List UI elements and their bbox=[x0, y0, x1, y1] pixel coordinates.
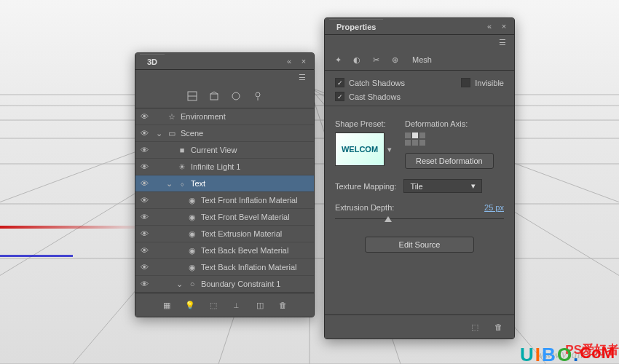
tab-cap-icon[interactable]: ✂ bbox=[370, 54, 382, 66]
scene-tree: 👁☆Environment👁⌄▭Scene👁■Current View👁☀Inf… bbox=[135, 108, 314, 293]
tree-item-label: Environment bbox=[181, 112, 226, 121]
filter-row bbox=[135, 84, 314, 108]
deformation-axis-label: Deformation Axis: bbox=[405, 119, 494, 128]
visibility-icon[interactable]: 👁 bbox=[138, 229, 150, 238]
tree-item[interactable]: 👁⌄⬨Text bbox=[135, 175, 314, 192]
render-settings-icon[interactable]: ⬚ bbox=[469, 321, 481, 333]
mat-icon: ◉ bbox=[186, 228, 198, 240]
camera-add-icon[interactable]: ⬚ bbox=[208, 299, 219, 311]
panel-collapse-icon[interactable]: « bbox=[484, 20, 495, 32]
panel-menu-icon[interactable]: ☰ bbox=[296, 71, 308, 83]
svg-rect-27 bbox=[419, 132, 425, 138]
catch-shadows-label: Catch Shadows bbox=[349, 79, 405, 87]
tree-item[interactable]: 👁⌄○Boundary Constraint 1 bbox=[135, 276, 314, 293]
texture-mapping-label: Texture Mapping: bbox=[335, 182, 396, 191]
mat-icon: ◉ bbox=[186, 261, 198, 273]
visibility-icon[interactable]: 👁 bbox=[138, 246, 150, 255]
expand-icon[interactable]: ⌄ bbox=[156, 129, 163, 138]
svg-rect-29 bbox=[412, 140, 418, 146]
light-add-icon[interactable]: 💡 bbox=[184, 299, 196, 311]
expand-icon[interactable]: ⌄ bbox=[166, 179, 173, 189]
expand-icon[interactable]: ⌄ bbox=[176, 280, 184, 289]
filter-mesh-icon[interactable] bbox=[208, 90, 220, 102]
tree-item[interactable]: 👁◉Text Back Bevel Material bbox=[135, 242, 314, 259]
property-tabs: ✦ ◐ ✂ ⊕ Mesh bbox=[325, 50, 514, 71]
visibility-icon[interactable]: 👁 bbox=[138, 280, 150, 288]
light-icon: ☀ bbox=[176, 161, 188, 173]
svg-point-23 bbox=[256, 92, 260, 97]
chevron-down-icon[interactable]: ▾ bbox=[387, 145, 392, 154]
extrusion-depth-input[interactable]: 25 px bbox=[484, 203, 504, 212]
tree-item-label: Text Front Inflation Material bbox=[201, 196, 298, 205]
panel-close-icon[interactable]: × bbox=[498, 20, 510, 32]
visibility-icon[interactable]: 👁 bbox=[138, 129, 150, 138]
filter-light-icon[interactable] bbox=[252, 90, 264, 102]
visibility-icon[interactable]: 👁 bbox=[138, 179, 150, 188]
tree-item[interactable]: 👁◉Text Back Inflation Material bbox=[135, 259, 314, 276]
texture-mapping-value: Tile bbox=[410, 182, 422, 191]
ground-icon[interactable]: ⟂ bbox=[231, 299, 243, 311]
tab-mesh-label: Mesh bbox=[412, 55, 432, 64]
panel-properties: Properties « × ☰ ✦ ◐ ✂ ⊕ Mesh Catch Shad… bbox=[324, 17, 515, 339]
scene-icon: ▭ bbox=[166, 127, 178, 139]
tree-item[interactable]: 👁☆Environment bbox=[135, 108, 314, 125]
cast-shadows-checkbox[interactable]: Cast Shadows bbox=[335, 92, 504, 101]
panel-3d: 3D « × ☰ 👁☆Environment👁⌄▭Scene👁■Current … bbox=[135, 52, 315, 317]
filter-scene-icon[interactable] bbox=[186, 90, 198, 102]
tree-item-label: Text Extrusion Material bbox=[201, 229, 282, 238]
invisible-label: Invisible bbox=[475, 79, 504, 87]
axis-x bbox=[0, 226, 146, 229]
text-icon: ⬨ bbox=[176, 178, 188, 189]
texture-mapping-select[interactable]: Tile▾ bbox=[403, 179, 482, 193]
tab-mesh-icon[interactable]: ✦ bbox=[332, 54, 344, 66]
tree-item[interactable]: 👁☀Infinite Light 1 bbox=[135, 159, 314, 175]
new-icon[interactable]: ◫ bbox=[254, 299, 266, 311]
edit-source-button[interactable]: Edit Source bbox=[365, 237, 474, 253]
visibility-icon[interactable]: 👁 bbox=[138, 112, 150, 121]
tree-item-label: Scene bbox=[181, 129, 203, 138]
trash-icon[interactable]: 🗑 bbox=[492, 321, 504, 333]
visibility-icon[interactable]: 👁 bbox=[138, 162, 150, 171]
brand-logo: UIBO.CoM bbox=[520, 345, 615, 364]
mat-icon: ◉ bbox=[186, 194, 198, 206]
filter-material-icon[interactable] bbox=[230, 90, 242, 102]
cast-shadows-label: Cast Shadows bbox=[349, 92, 401, 101]
tab-deform-icon[interactable]: ◐ bbox=[351, 54, 363, 66]
trash-icon[interactable]: 🗑 bbox=[277, 299, 289, 311]
tree-item-label: Boundary Constraint 1 bbox=[201, 280, 280, 288]
shape-preset-label: Shape Preset: bbox=[335, 119, 392, 128]
tree-item[interactable]: 👁◉Text Extrusion Material bbox=[135, 226, 314, 242]
mat-icon: ◉ bbox=[186, 211, 198, 223]
tree-item[interactable]: 👁■Current View bbox=[135, 142, 314, 159]
tree-item-label: Current View bbox=[191, 146, 237, 154]
invisible-checkbox[interactable]: Invisible bbox=[461, 78, 504, 87]
deformation-axis-grid[interactable] bbox=[405, 132, 494, 147]
panel-properties-tab[interactable]: Properties bbox=[329, 19, 383, 34]
constraint-icon: ○ bbox=[186, 278, 198, 290]
visibility-icon[interactable]: 👁 bbox=[138, 146, 150, 154]
panel-collapse-icon[interactable]: « bbox=[283, 55, 295, 67]
chevron-down-icon: ▾ bbox=[471, 181, 476, 191]
extrusion-slider[interactable] bbox=[335, 213, 504, 225]
tab-coord-icon[interactable]: ⊕ bbox=[389, 54, 401, 66]
shape-preset-thumbnail[interactable]: WELCOM bbox=[335, 132, 385, 166]
tree-item[interactable]: 👁◉Text Front Inflation Material bbox=[135, 192, 314, 209]
tree-item[interactable]: 👁⌄▭Scene bbox=[135, 125, 314, 142]
extrusion-depth-label: Extrusion Depth: bbox=[335, 203, 394, 212]
catch-shadows-checkbox[interactable]: Catch Shadows bbox=[335, 78, 405, 87]
panel-3d-tab[interactable]: 3D bbox=[140, 54, 165, 69]
svg-rect-25 bbox=[405, 132, 411, 138]
svg-rect-19 bbox=[210, 94, 218, 100]
visibility-icon[interactable]: 👁 bbox=[138, 213, 150, 221]
visibility-icon[interactable]: 👁 bbox=[138, 196, 150, 205]
tree-item[interactable]: 👁◉Text Front Bevel Material bbox=[135, 209, 314, 226]
render-icon[interactable]: ▦ bbox=[161, 299, 173, 311]
svg-rect-30 bbox=[419, 140, 425, 146]
thumb-text: WELCOM bbox=[342, 145, 378, 154]
axis-z bbox=[0, 255, 73, 257]
visibility-icon[interactable]: 👁 bbox=[138, 263, 150, 272]
panel-menu-icon[interactable]: ☰ bbox=[497, 36, 508, 48]
reset-deformation-button[interactable]: Reset Deformation bbox=[405, 153, 494, 169]
panel-close-icon[interactable]: × bbox=[298, 55, 310, 67]
camera-icon: ■ bbox=[176, 144, 188, 156]
